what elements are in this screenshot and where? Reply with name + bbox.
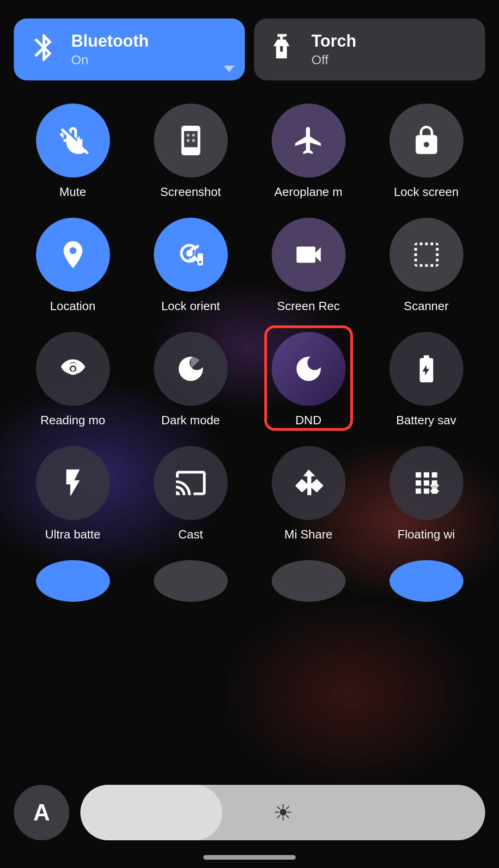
partial-item-3[interactable] [253,560,364,602]
svg-rect-0 [281,34,287,36]
floatingwi-circle [389,446,463,520]
torch-icon [268,31,300,67]
partial-circle-4 [389,560,463,602]
scanner-circle [389,218,463,292]
screenshot-item[interactable]: Screenshot [135,104,246,199]
home-indicator [203,855,296,860]
mute-item[interactable]: Mute [18,104,128,199]
font-size-button[interactable]: A [14,785,69,840]
scanner-label: Scanner [404,299,449,313]
svg-point-3 [71,367,75,371]
batterysav-circle [389,332,463,406]
readingmode-item[interactable]: Reading mo [18,332,128,428]
bottom-controls: A ☀ [14,785,485,840]
bluetooth-text: Bluetooth On [71,31,149,67]
svg-point-1 [186,250,193,257]
grid-row-2: Location Lock orient Screen Rec [14,218,485,313]
ultrabattery-circle [36,446,110,520]
dnd-label: DND [295,413,321,428]
brightness-icon: ☀ [273,800,293,825]
screenrec-circle [272,218,346,292]
floatingwi-item[interactable]: Floating wi [371,446,482,542]
partial-item-2[interactable] [135,560,246,602]
readingmode-circle [36,332,110,406]
mute-circle [36,104,110,177]
aeroplane-circle [272,104,346,177]
cast-circle [154,446,228,520]
lockscreen-circle [389,104,463,177]
torch-status: Off [311,53,356,67]
lockorient-label: Lock orient [161,299,220,313]
cast-item[interactable]: Cast [135,446,246,542]
lockscreen-item[interactable]: Lock screen [371,104,482,199]
partial-item-4[interactable] [371,560,482,602]
bluetooth-tile[interactable]: Bluetooth On [14,18,245,80]
dnd-item[interactable]: DND [253,332,364,428]
screenshot-circle [154,104,228,177]
floatingwi-label: Floating wi [397,527,455,542]
torch-tile[interactable]: Torch Off [254,18,485,80]
partial-row [14,560,485,602]
aeroplane-label: Aeroplane m [274,185,342,199]
scanner-item[interactable]: Scanner [371,218,482,313]
partial-circle-2 [154,560,228,602]
bluetooth-chevron [224,66,235,72]
grid-row-3: Reading mo Dark mode DND [14,332,485,428]
batterysav-item[interactable]: Battery sav [371,332,482,428]
font-label: A [33,799,50,826]
lockorient-circle [154,218,228,292]
torch-text: Torch Off [311,31,356,67]
aeroplane-item[interactable]: Aeroplane m [253,104,364,199]
grid-row-1: Mute Screenshot Aeroplane m [14,104,485,199]
lockorient-item[interactable]: Lock orient [135,218,246,313]
brightness-fill [80,785,222,840]
mishare-label: Mi Share [284,527,332,542]
partial-circle-1 [36,560,110,602]
mishare-item[interactable]: Mi Share [253,446,364,542]
brightness-slider[interactable]: ☀ [80,785,485,840]
torch-title: Torch [311,31,356,51]
cast-label: Cast [178,527,203,542]
location-circle [36,218,110,292]
lockscreen-label: Lock screen [394,185,458,199]
dnd-circle [272,332,346,406]
screenrec-label: Screen Rec [277,299,340,313]
darkmode-label: Dark mode [161,413,220,428]
ultrabattery-label: Ultra batte [45,527,101,542]
screenshot-label: Screenshot [160,185,221,199]
mishare-circle [272,446,346,520]
location-item[interactable]: Location [18,218,128,313]
readingmode-label: Reading mo [40,413,105,428]
partial-item-1[interactable] [18,560,128,602]
bluetooth-title: Bluetooth [71,31,149,51]
ultrabattery-item[interactable]: Ultra batte [18,446,128,542]
mute-label: Mute [60,185,86,199]
bluetooth-icon [28,31,60,67]
darkmode-item[interactable]: Dark mode [135,332,246,428]
top-tiles-row: Bluetooth On Torch Off [14,18,485,80]
bluetooth-status: On [71,53,149,67]
partial-circle-3 [272,560,346,602]
grid-row-4: Ultra batte Cast Mi Share [14,446,485,542]
batterysav-label: Battery sav [396,413,456,428]
darkmode-circle [154,332,228,406]
screenrec-item[interactable]: Screen Rec [253,218,364,313]
location-label: Location [50,299,95,313]
